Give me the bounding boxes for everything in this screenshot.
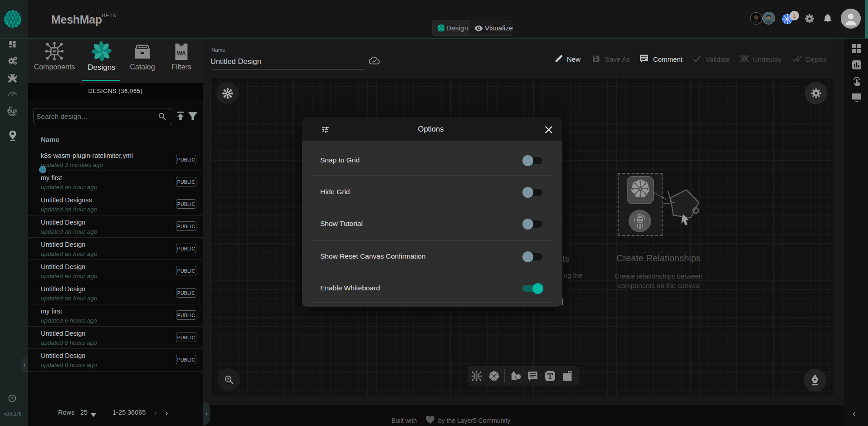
svg-text:WA: WA bbox=[177, 50, 186, 57]
svg-text:?: ? bbox=[11, 396, 14, 401]
